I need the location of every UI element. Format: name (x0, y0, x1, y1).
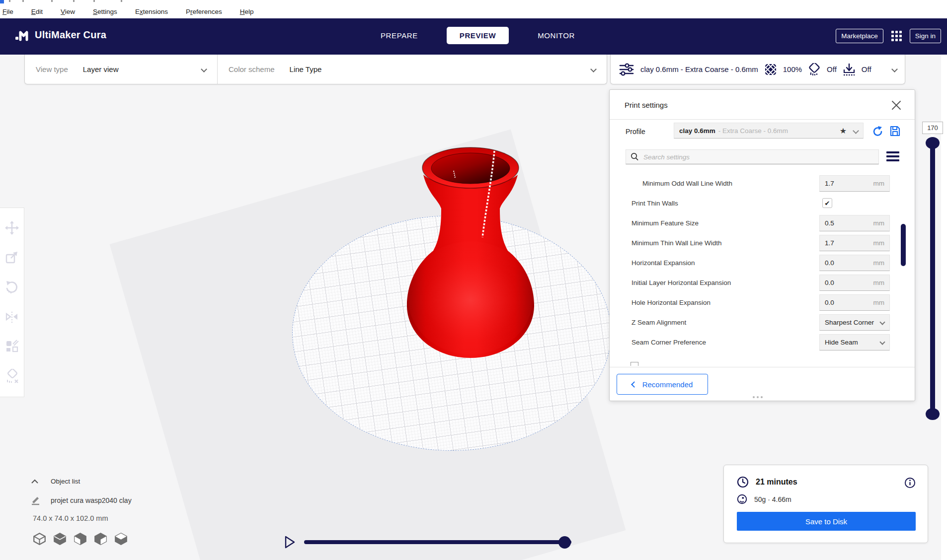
setting-label: Initial Layer Horizontal Expansion (631, 279, 731, 286)
chevron-down-icon (891, 66, 898, 72)
setting-row: Initial Layer Horizontal Expansion0.0mm (610, 273, 902, 292)
sign-in-button[interactable]: Sign in (910, 29, 941, 43)
layer-slider-bottom-handle[interactable] (926, 408, 940, 420)
menu-extensions[interactable]: Extensions (135, 8, 168, 15)
material-spool-icon (737, 494, 747, 504)
settings-search[interactable] (626, 149, 879, 164)
material-usage-value: 50g · 4.66m (754, 495, 791, 503)
camera-view-presets (33, 532, 128, 546)
profile-name: clay 0.6mm (679, 127, 715, 135)
menu-bar: FileEditViewSettingsExtensionsPreference… (0, 5, 947, 18)
path-playback-handle[interactable] (558, 536, 571, 549)
view-top-icon[interactable] (74, 532, 87, 546)
app-title: UltiMaker Cura (35, 29, 106, 41)
setting-label: Minimum Odd Wall Line Width (642, 180, 732, 187)
setting-value-field[interactable]: 1.7mm (819, 175, 890, 192)
info-icon[interactable] (904, 477, 916, 489)
search-input[interactable] (643, 153, 874, 161)
stage-tabs: PREPAREPREVIEWMONITOR (368, 27, 588, 44)
view-front-icon[interactable] (53, 532, 67, 546)
support-blocker-icon[interactable] (4, 369, 19, 384)
marketplace-button[interactable]: Marketplace (836, 29, 883, 43)
print-time-row: 21 minutes (737, 476, 797, 488)
save-profile-icon[interactable] (889, 125, 901, 137)
model-tools-toolbar (0, 208, 24, 397)
print-configuration-bar[interactable]: clay 0.6mm - Extra Coarse - 0.6mm 100% O… (610, 55, 905, 84)
layer-number-badge: 170 (922, 122, 943, 134)
pencil-icon (31, 495, 41, 505)
layer-range-slider[interactable] (930, 143, 935, 414)
play-simulation-icon[interactable] (284, 535, 296, 549)
setting-label: Z Seam Alignment (631, 319, 686, 326)
sliced-model-vase[interactable] (388, 139, 556, 372)
setting-dropdown[interactable]: Sharpest Corner (819, 314, 890, 331)
color-scheme-dropdown[interactable]: Color scheme Line Type (218, 55, 607, 84)
save-to-disk-button[interactable]: Save to Disk (737, 512, 916, 531)
view-type-dropdown[interactable]: View type Layer view (25, 55, 218, 84)
chevron-down-icon (590, 66, 597, 72)
close-icon[interactable] (891, 100, 902, 111)
menu-view[interactable]: View (61, 8, 75, 15)
view-options-bar: View type Layer view Color scheme Line T… (24, 55, 607, 84)
profile-label: Profile (626, 128, 645, 136)
menu-help[interactable]: Help (240, 8, 254, 15)
print-time-value: 21 minutes (756, 478, 797, 487)
setting-value-field[interactable]: 0.5mm (819, 215, 890, 231)
settings-scrollbar[interactable] (901, 224, 906, 266)
view-left-icon[interactable] (94, 532, 107, 546)
view-right-icon[interactable] (114, 532, 128, 546)
setting-label: Seam Corner Preference (631, 339, 706, 346)
path-playback-slider[interactable] (304, 540, 571, 544)
setting-row: Seam Corner PreferenceHide Seam (610, 332, 902, 352)
settings-list: Minimum Odd Wall Line Width1.7mmPrint Th… (610, 173, 902, 367)
chevron-down-icon (853, 128, 859, 134)
setting-row: Hole Horizontal Expansion0.0mm (610, 292, 902, 312)
infill-icon (764, 63, 777, 76)
panel-drag-handle[interactable] (753, 396, 763, 398)
tab-preview[interactable]: PREVIEW (447, 27, 509, 44)
applications-grid-icon[interactable] (891, 31, 902, 41)
move-tool-icon[interactable] (5, 221, 19, 235)
collapse-caret-icon (31, 479, 39, 484)
tab-monitor[interactable]: MONITOR (525, 27, 588, 44)
setting-dropdown[interactable]: Hide Seam (819, 334, 890, 350)
setting-value-field[interactable]: 0.0mm (819, 255, 890, 271)
per-model-settings-icon[interactable] (5, 339, 19, 353)
color-scheme-label: Color scheme (229, 65, 275, 73)
object-list-item[interactable]: projet cura wasp2040 clay (31, 495, 132, 505)
ultimaker-logo-mark (15, 28, 30, 41)
setting-value-field[interactable]: 0.0mm (819, 275, 890, 291)
mirror-tool-icon[interactable] (5, 310, 19, 324)
rotate-tool-icon[interactable] (5, 280, 19, 294)
view-type-value: Layer view (83, 65, 119, 73)
menu-edit[interactable]: Edit (31, 8, 43, 15)
clipped-setting-checkbox[interactable] (631, 362, 638, 366)
settings-visibility-menu-icon[interactable] (886, 151, 899, 163)
panel-header: Print settings (610, 90, 915, 120)
print-job-summary-card: 21 minutes 50g · 4.66m Save to Disk (723, 465, 928, 543)
menu-preferences[interactable]: Preferences (186, 8, 222, 15)
vase-bulb-highlight (408, 241, 533, 354)
view-3d-icon[interactable] (33, 532, 46, 546)
menu-settings[interactable]: Settings (93, 8, 117, 15)
profile-dropdown[interactable]: clay 0.6mm - Extra Coarse - 0.6mm ★ (674, 123, 864, 139)
setting-value-field[interactable]: 0.0mm (819, 294, 890, 311)
layer-slider-top-handle[interactable] (926, 137, 940, 149)
panel-footer: Recommended (610, 367, 915, 401)
object-list-header[interactable]: Object list (31, 478, 80, 485)
setting-value-field[interactable]: 1.7mm (819, 235, 890, 251)
tab-prepare[interactable]: PREPARE (368, 27, 431, 44)
setting-checkbox[interactable]: ✔ (822, 198, 832, 208)
recommended-label: Recommended (642, 380, 693, 389)
support-icon (808, 63, 821, 76)
profile-detail: - Extra Coarse - 0.6mm (718, 127, 788, 135)
favorite-star-icon[interactable]: ★ (840, 126, 847, 136)
ultimaker-logo: UltiMaker Cura (15, 28, 106, 41)
support-value: Off (827, 65, 837, 73)
chevron-down-icon (201, 66, 207, 72)
menu-file[interactable]: File (2, 8, 13, 15)
reset-profile-icon[interactable] (872, 125, 884, 137)
setting-row: Minimum Thin Wall Line Width1.7mm (610, 233, 902, 253)
scale-tool-icon[interactable] (5, 250, 19, 264)
recommended-mode-button[interactable]: Recommended (617, 374, 708, 395)
